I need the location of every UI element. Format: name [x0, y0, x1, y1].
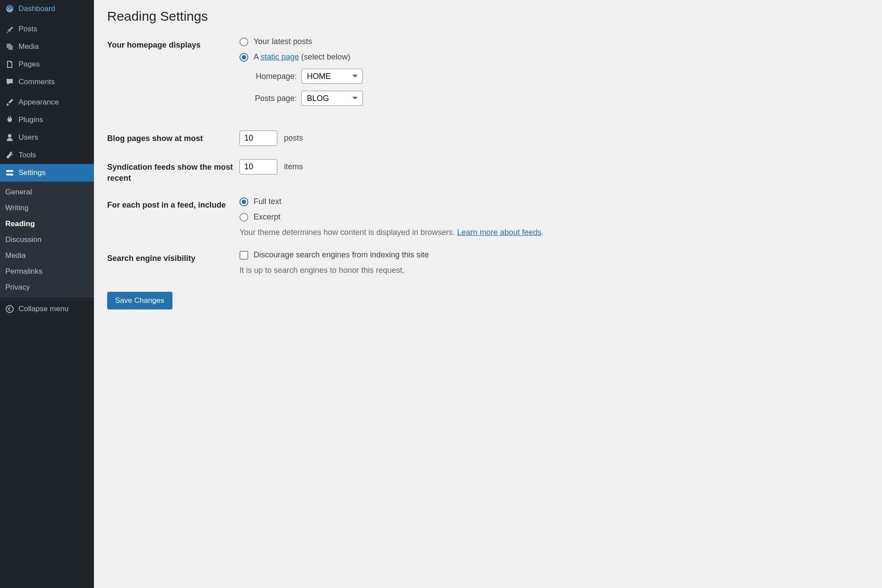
sidebar-item-dashboard[interactable]: Dashboard: [0, 0, 94, 18]
sidebar-item-label: Posts: [19, 25, 37, 33]
homepage-select[interactable]: HOME: [301, 69, 363, 84]
radio-static-page-label: A static page (select below): [254, 52, 350, 62]
sidebar-item-label: Dashboard: [19, 4, 55, 13]
items-suffix: items: [284, 162, 303, 171]
radio-latest-posts-label: Your latest posts: [254, 37, 312, 46]
plug-icon: [5, 115, 14, 124]
discourage-search-label: Discourage search engines from indexing …: [254, 250, 429, 260]
main-content: Reading Settings Your homepage displays …: [94, 0, 882, 588]
posts-per-rss-input[interactable]: [239, 159, 277, 175]
submenu-item-reading[interactable]: Reading: [0, 216, 94, 232]
sidebar-item-appearance[interactable]: Appearance: [0, 93, 94, 111]
sidebar-item-label: Media: [19, 42, 39, 51]
dashboard-icon: [5, 4, 14, 13]
search-visibility-description: It is up to search engines to honor this…: [239, 266, 869, 275]
pages-icon: [5, 60, 14, 69]
sidebar-item-users[interactable]: Users: [0, 129, 94, 146]
sidebar-item-label: Tools: [19, 151, 36, 160]
collapse-menu[interactable]: Collapse menu: [0, 300, 94, 318]
pin-icon: [5, 25, 14, 33]
comments-icon: [5, 78, 14, 86]
submenu-item-media[interactable]: Media: [0, 248, 94, 264]
search-visibility-label: Search engine visibility: [107, 250, 239, 264]
radio-excerpt-label: Excerpt: [254, 212, 280, 222]
save-changes-button[interactable]: Save Changes: [107, 292, 172, 309]
submenu-item-permalinks[interactable]: Permalinks: [0, 264, 94, 279]
collapse-icon: [5, 305, 14, 313]
sidebar-item-plugins[interactable]: Plugins: [0, 111, 94, 129]
blog-pages-label: Blog pages show at most: [107, 130, 239, 144]
sidebar-item-tools[interactable]: Tools: [0, 146, 94, 164]
submenu-item-writing[interactable]: Writing: [0, 200, 94, 216]
radio-full-text[interactable]: [239, 197, 248, 206]
feed-include-label: For each post in a feed, include: [107, 197, 239, 211]
submenu-item-general[interactable]: General: [0, 184, 94, 200]
posts-suffix: posts: [284, 134, 303, 142]
user-icon: [5, 133, 14, 142]
sidebar-item-label: Users: [19, 133, 38, 142]
sidebar-item-label: Comments: [19, 78, 55, 86]
learn-more-feeds-link[interactable]: Learn more about feeds: [457, 228, 542, 237]
sidebar-item-label: Settings: [19, 168, 45, 177]
collapse-label: Collapse menu: [19, 305, 68, 313]
homepage-displays-label: Your homepage displays: [107, 37, 239, 51]
admin-sidebar: Dashboard Posts Media Pages Comments App…: [0, 0, 94, 588]
sidebar-item-posts[interactable]: Posts: [0, 20, 94, 38]
sidebar-item-label: Appearance: [19, 98, 59, 107]
postspage-select-label: Posts page:: [253, 94, 297, 103]
static-page-link[interactable]: static page: [261, 52, 299, 61]
radio-latest-posts[interactable]: [239, 37, 248, 46]
brush-icon: [5, 98, 14, 107]
wrench-icon: [5, 151, 14, 160]
media-icon: [5, 42, 14, 51]
radio-excerpt[interactable]: [239, 213, 248, 222]
sidebar-item-label: Pages: [19, 60, 40, 69]
radio-full-text-label: Full text: [254, 197, 281, 206]
discourage-search-checkbox[interactable]: [239, 251, 248, 260]
sidebar-item-pages[interactable]: Pages: [0, 56, 94, 73]
page-title: Reading Settings: [107, 9, 869, 24]
posts-per-page-input[interactable]: [239, 130, 277, 146]
submenu-item-discussion[interactable]: Discussion: [0, 232, 94, 248]
homepage-select-label: Homepage:: [253, 72, 297, 81]
sidebar-item-comments[interactable]: Comments: [0, 73, 94, 91]
sidebar-item-settings[interactable]: Settings: [0, 164, 94, 182]
sliders-icon: [5, 168, 14, 177]
svg-point-0: [6, 305, 13, 313]
sidebar-item-label: Plugins: [19, 115, 43, 124]
submenu-item-privacy[interactable]: Privacy: [0, 279, 94, 295]
feed-description: Your theme determines how content is dis…: [239, 228, 869, 237]
radio-static-page[interactable]: [239, 53, 248, 62]
sidebar-item-media[interactable]: Media: [0, 38, 94, 56]
syndication-label: Syndication feeds show the most recent: [107, 159, 239, 184]
settings-submenu: General Writing Reading Discussion Media…: [0, 182, 94, 298]
postspage-select[interactable]: BLOG: [301, 91, 363, 106]
